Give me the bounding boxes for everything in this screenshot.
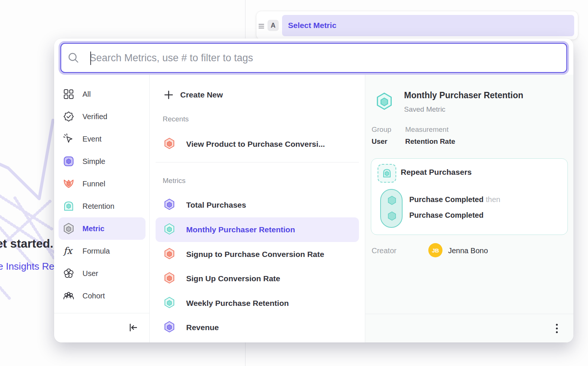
sidebar-item-retention[interactable]: Retention [59,195,146,217]
metric-hexagon-icon [164,223,175,236]
search-input[interactable] [90,52,566,64]
measurement-label: Measurement [405,125,455,134]
behavior-dashed-icon [378,164,396,183]
select-metric-button[interactable]: Select Metric [282,15,574,36]
creator-label: Creator [372,246,397,255]
sidebar-item-label: Cohort [82,292,105,300]
sidebar-item-all[interactable]: All [59,83,146,105]
background-chart-sketch [0,105,56,310]
select-metric-bar: A Select Metric [256,11,578,40]
sidebar-item-label: Funnel [82,180,105,188]
text-cursor [90,52,91,65]
series-a-badge: A [268,20,279,31]
metric-hexagon-icon [164,248,175,261]
verified-badge-icon [63,111,74,122]
more-options-button[interactable] [554,322,560,335]
step-hexagon-icon [387,211,397,221]
saved-metric-icon [63,223,74,234]
metric-picker-modal: All Verified E [54,38,573,342]
metric-list-panel: Create New Recents View Product to Purch… [149,75,365,342]
modal-body: All Verified E [54,75,573,342]
search-icon [68,52,79,63]
page-background: et started. e Insights Re A Select Metri… [0,0,588,366]
metrics-section-header: Metrics [163,177,185,185]
metric-list-item[interactable]: Weekly Purchase Retention [156,291,359,316]
plus-icon [164,90,173,100]
simple-metric-icon [63,156,74,167]
collapse-icon [128,323,138,332]
creator-name: Jenna Bono [448,246,488,255]
formula-fx-icon: ƒx [63,245,74,257]
metric-hexagon-icon [164,272,175,285]
sidebar-item-label: Simple [82,157,105,166]
metric-list-item[interactable]: Signup to Purchase Conversion Rate [156,242,359,267]
funnel-metric-icon [63,178,74,189]
measurement-value: Retention Rate [405,137,455,146]
metric-list-item-selected[interactable]: Monthly Purchaser Retention [156,217,359,242]
sidebar-item-simple[interactable]: Simple [59,150,146,173]
sequence-step-1: Purchase Completedthen [409,195,500,204]
metric-list-item[interactable]: Sign Up Conversion Rate [156,266,359,291]
sidebar-item-label: Formula [82,247,110,255]
sidebar-item-label: Verified [82,112,107,121]
sidebar-item-cohort[interactable]: Cohort [59,285,146,307]
metric-list-item[interactable]: Total Purchases [156,193,359,217]
sidebar-item-verified[interactable]: Verified [59,105,146,128]
search-box[interactable] [60,43,567,73]
retention-metric-icon [63,201,74,212]
category-sidebar: All Verified E [54,75,149,342]
details-subtitle: Saved Metric [404,105,445,114]
sidebar-footer [54,313,149,342]
funnel-hexagon-icon [164,137,175,151]
group-column: Group User [372,125,391,146]
sidebar-item-funnel[interactable]: Funnel [59,173,146,195]
metric-list-item-label: Total Purchases [186,201,246,210]
metric-list-item-label: Revenue [186,323,219,332]
then-connector: then [486,195,500,204]
metric-details-panel: Monthly Purchaser Retention Saved Metric… [365,75,573,342]
collapse-sidebar-button[interactable] [127,321,140,335]
metric-definition-card: Repeat Purchasers Purchase Completedthen… [371,158,568,235]
details-footer [365,314,573,342]
background-headline-fragment: et started. [0,237,53,251]
sidebar-item-metric[interactable]: Metric [59,217,146,240]
recents-section-header: Recents [163,115,189,123]
metric-list-item[interactable]: Revenue [156,315,359,340]
metric-hexagon-icon [164,198,175,212]
sequence-step-2: Purchase Completed [409,211,484,220]
group-label: Group [372,125,391,134]
creator-avatar: JB [428,243,442,257]
search-focus-ring [59,41,569,75]
group-value: User [372,137,391,146]
user-cluster-icon [63,268,74,279]
metric-list-item-label: Signup to Purchase Conversion Rate [186,250,324,259]
sidebar-item-label: Retention [82,202,115,211]
section-divider [156,162,359,162]
create-new-button[interactable]: Create New [156,87,359,102]
details-title: Monthly Purchaser Retention [404,90,523,100]
background-link-fragment[interactable]: e Insights Re [0,261,54,272]
sidebar-item-user[interactable]: User [59,262,146,285]
sidebar-item-label: Event [82,135,101,143]
cohort-people-icon [63,290,74,301]
sequence-capsule [380,189,403,228]
metric-list-item-label: Sign Up Conversion Rate [186,274,280,283]
svg-text:ƒx: ƒx [63,245,73,256]
metric-hexagon-icon [164,321,175,334]
drag-handle-icon[interactable] [258,22,264,28]
event-cursor-icon [63,133,74,145]
create-new-label: Create New [180,90,223,99]
grid-icon [63,89,74,100]
metric-list-item-label: Weekly Purchase Retention [186,299,289,308]
recent-metric-item[interactable]: View Product to Purchase Conversi... [156,132,359,156]
retention-hexagon-icon [376,92,393,112]
behavior-name: Repeat Purchasers [401,168,472,177]
metric-hexagon-icon [164,297,175,310]
step-hexagon-icon [387,195,397,205]
sidebar-item-formula[interactable]: ƒx Formula [59,240,146,262]
sidebar-item-event[interactable]: Event [59,128,146,150]
recent-metric-label: View Product to Purchase Conversi... [186,140,325,149]
metric-list-item-label: Monthly Purchaser Retention [186,225,295,234]
measurement-column: Measurement Retention Rate [405,125,455,146]
sidebar-item-label: Metric [82,224,104,233]
